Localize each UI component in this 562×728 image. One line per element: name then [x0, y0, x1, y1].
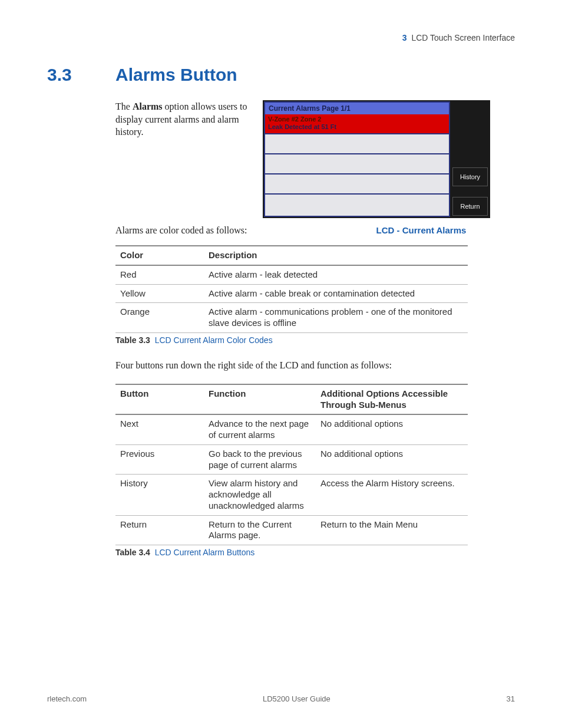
buttons-intro-paragraph: Four buttons run down the right side of …	[115, 360, 515, 371]
color-coded-intro: Alarms are color coded as follows:	[115, 225, 328, 236]
table-row: NextAdvance to the next page of current …	[115, 414, 468, 444]
col-header: Button	[115, 384, 204, 415]
return-button[interactable]: Return	[452, 197, 488, 216]
footer-left: rletech.com	[47, 694, 87, 703]
lcd-caption: LCD - Current Alarms	[328, 225, 515, 235]
lcd-title-bar: Current Alarms Page 1/1	[264, 101, 450, 114]
footer-right: 31	[507, 694, 515, 703]
section-heading: 3.3Alarms Button	[47, 65, 515, 85]
chapter-title: LCD Touch Screen Interface	[411, 33, 515, 42]
table-row: ReturnReturn to the Current Alarms page.…	[115, 515, 468, 545]
table-color-codes: Color Description RedActive alarm - leak…	[115, 245, 468, 333]
alarm-row-empty	[265, 174, 449, 195]
page-footer: rletech.com LD5200 User Guide 31	[47, 694, 515, 703]
col-header: Color	[115, 246, 204, 265]
alarm-line-2: Leak Detected at 51 Ft	[268, 123, 446, 131]
footer-center: LD5200 User Guide	[263, 694, 330, 703]
col-header: Additional Options Accessible Through Su…	[316, 384, 468, 415]
alarm-line-1: V-Zone #2 Zone 2	[268, 116, 446, 123]
section-title: Alarms Button	[115, 65, 237, 84]
lcd-screenshot: Current Alarms Page 1/1 V-Zone #2 Zone 2…	[263, 100, 490, 218]
section-number: 3.3	[47, 65, 115, 85]
alarm-row-empty	[265, 134, 449, 154]
intro-paragraph: The Alarms option allows users to displa…	[115, 100, 263, 139]
alarm-row-empty	[265, 195, 449, 216]
table-row: RedActive alarm - leak detected	[115, 265, 468, 284]
table-row: HistoryView alarm history and acknowledg…	[115, 475, 468, 515]
alarm-row-active: V-Zone #2 Zone 2 Leak Detected at 51 Ft	[265, 114, 449, 134]
table-row: PreviousGo back to the previous page of …	[115, 444, 468, 475]
table-3-3-caption: Table 3.3 LCD Current Alarm Color Codes	[115, 335, 515, 345]
table-3-4-caption: Table 3.4 LCD Current Alarm Buttons	[115, 548, 515, 557]
alarm-row-empty	[265, 154, 449, 174]
col-header: Function	[204, 384, 316, 415]
running-header: 3 LCD Touch Screen Interface	[47, 33, 515, 42]
chapter-number: 3	[402, 33, 407, 42]
table-row: YellowActive alarm - cable break or cont…	[115, 284, 468, 303]
history-button[interactable]: History	[452, 167, 488, 186]
col-header: Description	[204, 246, 468, 265]
table-row: OrangeActive alarm - communications prob…	[115, 303, 468, 333]
table-alarm-buttons: Button Function Additional Options Acces…	[115, 384, 468, 545]
